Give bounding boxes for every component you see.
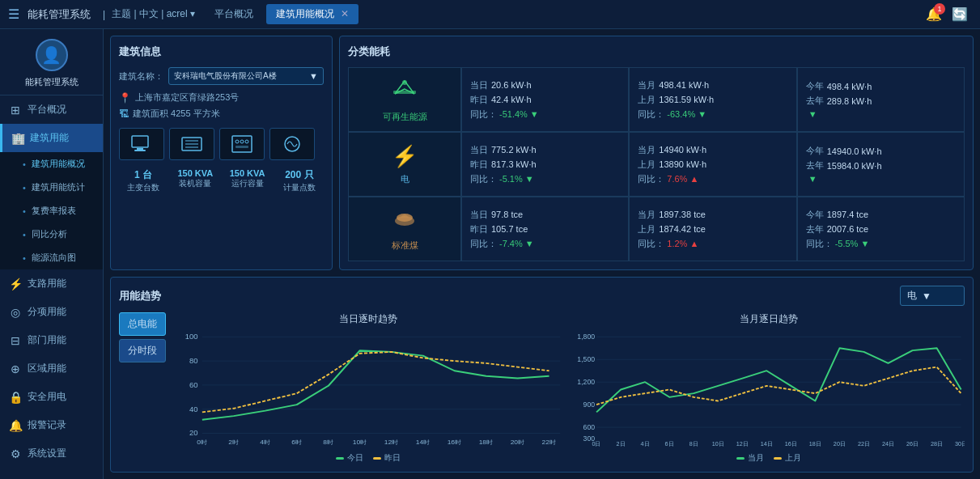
monthly-chart-legend: 当月 上月 xyxy=(573,452,965,464)
svg-text:30日: 30日 xyxy=(955,441,965,447)
sidebar-item-subitem[interactable]: ◎ 分项用能 xyxy=(0,298,103,326)
legend-last-month-dot xyxy=(774,457,782,460)
svg-text:20日: 20日 xyxy=(833,441,845,447)
alarm-icon: 🔔 xyxy=(8,419,23,432)
sidebar-item-platform[interactable]: ⊞ 平台概况 xyxy=(0,95,103,124)
svg-text:900: 900 xyxy=(583,401,595,409)
svg-point-14 xyxy=(402,80,407,85)
sidebar-sub-building-overview[interactable]: 建筑用能概况 xyxy=(0,152,103,176)
sidebar-item-dept[interactable]: ⊟ 部门用能 xyxy=(0,326,103,354)
monthly-chart-svg-wrap: 1,800 1,500 1,200 900 600 300 0日 2日 4日 xyxy=(573,329,965,450)
energy-grid: 可再生能源 当日20.6 kW·h 昨日42.4 kW·h 同比：-51.4%▼… xyxy=(348,67,965,261)
sidebar-item-branch[interactable]: ⚡ 支路用能 xyxy=(0,269,103,298)
topbar-separator: | xyxy=(103,9,105,20)
svg-text:1,800: 1,800 xyxy=(577,333,595,341)
avatar: 👤 xyxy=(36,39,68,71)
panel-icon-box xyxy=(219,128,265,160)
sidebar-sub-nav: 建筑用能概况 建筑用能统计 复费率报表 同比分析 能源流向图 xyxy=(0,152,103,269)
tab-close-icon[interactable]: ✕ xyxy=(341,8,349,19)
settings-icon: ⚙ xyxy=(8,447,23,460)
sidebar-item-settings[interactable]: ⚙ 系统设置 xyxy=(0,439,103,468)
dept-icon: ⊟ xyxy=(8,334,23,347)
monthly-chart-svg: 1,800 1,500 1,200 900 600 300 0日 2日 4日 xyxy=(573,329,965,450)
top-section: 建筑信息 建筑名称： 安科瑞电气股份有限公司A楼 ▼ 📍 上海市嘉定区育绿路25… xyxy=(110,36,974,270)
svg-text:600: 600 xyxy=(583,423,595,431)
selector-chevron-icon: ▼ xyxy=(922,290,931,302)
svg-text:10时: 10时 xyxy=(353,439,367,445)
sidebar-sub-yoy[interactable]: 同比分析 xyxy=(0,223,103,246)
renewable-icon xyxy=(392,76,418,107)
notification-button[interactable]: 🔔 1 xyxy=(926,6,942,22)
sidebar-item-zone[interactable]: ⊕ 区域用能 xyxy=(0,354,103,383)
svg-text:60: 60 xyxy=(189,381,198,388)
building-address-row: 📍 上海市嘉定区育绿路253号 xyxy=(119,91,324,104)
svg-rect-2 xyxy=(134,150,146,151)
topbar-brand: 能耗管理系统 xyxy=(28,7,91,22)
svg-text:26日: 26日 xyxy=(906,441,918,447)
sidebar-sub-energy-flow[interactable]: 能源流向图 xyxy=(0,246,103,269)
svg-point-9 xyxy=(240,140,244,143)
svg-text:10日: 10日 xyxy=(711,441,723,447)
svg-text:100: 100 xyxy=(185,333,198,341)
building-name-select[interactable]: 安科瑞电气股份有限公司A楼 ▼ xyxy=(168,67,324,85)
energy-type-renewable: 可再生能源 xyxy=(348,67,461,132)
svg-point-10 xyxy=(245,140,248,143)
energy-coal-year: 今年1897.4 tce 去年2007.6 tce 同比：-5.5%▼ xyxy=(797,197,965,261)
energy-coal-month: 当月1897.38 tce 上月1874.42 tce 同比：1.2%▲ xyxy=(629,197,796,261)
refresh-button[interactable]: 🔄 xyxy=(952,6,968,22)
legend-yesterday-dot xyxy=(373,457,381,460)
svg-text:12日: 12日 xyxy=(736,441,748,447)
svg-point-8 xyxy=(235,140,239,143)
topbar-theme[interactable]: 主题 | 中文 | acrel ▾ xyxy=(112,7,195,21)
svg-text:16日: 16日 xyxy=(784,441,796,447)
svg-text:28日: 28日 xyxy=(931,441,943,447)
energy-electricity-month: 当月14940 kW·h 上月13890 kW·h 同比：7.6%▲ xyxy=(629,132,796,197)
monthly-chart-title: 当月逐日趋势 xyxy=(573,312,965,326)
trend-selector[interactable]: 电 ▼ xyxy=(900,286,965,306)
topbar-tabs: 平台概况 建筑用能概况 ✕ xyxy=(205,4,358,24)
tab-building-energy[interactable]: 建筑用能概况 ✕ xyxy=(266,4,358,24)
energy-renewable-day: 当日20.6 kW·h 昨日42.4 kW·h 同比：-51.4%▼ xyxy=(461,67,629,132)
svg-text:2日: 2日 xyxy=(616,441,625,447)
topbar-right: 🔔 1 🔄 xyxy=(926,6,968,22)
area-icon: 🏗 xyxy=(119,108,129,120)
platform-icon: ⊞ xyxy=(8,104,23,117)
equipment-stats-grid: 1 台 主变台数 150 KVA 装机容量 150 KVA 运行容量 200 只… xyxy=(119,168,324,193)
svg-text:1,500: 1,500 xyxy=(577,355,595,363)
sidebar-item-safety[interactable]: 🔒 安全用电 xyxy=(0,383,103,411)
btn-time-segment[interactable]: 分时段 xyxy=(119,339,166,362)
building-name-row: 建筑名称： 安科瑞电气股份有限公司A楼 ▼ xyxy=(119,67,324,85)
svg-text:20时: 20时 xyxy=(511,439,525,445)
stat-transformer-count: 1 台 主变台数 xyxy=(119,168,168,193)
sidebar-sub-rate-report[interactable]: 复费率报表 xyxy=(0,199,103,223)
sidebar-sub-building-stats[interactable]: 建筑用能统计 xyxy=(0,176,103,199)
svg-text:6时: 6时 xyxy=(291,439,302,445)
branch-icon: ⚡ xyxy=(8,278,23,290)
energy-electricity-day: 当日775.2 kW·h 昨日817.3 kW·h 同比：-5.1%▼ xyxy=(461,132,629,197)
select-chevron-icon: ▼ xyxy=(309,71,318,81)
energy-type-coal: 标准煤 xyxy=(348,197,461,261)
sidebar-item-alarm[interactable]: 🔔 报警记录 xyxy=(0,411,103,439)
svg-text:18时: 18时 xyxy=(479,439,494,445)
svg-text:6日: 6日 xyxy=(664,441,673,447)
safety-icon: 🔒 xyxy=(8,391,23,404)
trend-controls: 总电能 分时段 xyxy=(119,312,166,464)
sidebar-item-building[interactable]: 🏢 建筑用能 xyxy=(0,124,103,152)
building-info-title: 建筑信息 xyxy=(119,45,324,59)
legend-last-month: 上月 xyxy=(774,452,801,464)
stat-installed-cap: 150 KVA 装机容量 xyxy=(171,168,219,193)
topbar: ☰ 能耗管理系统 | 主题 | 中文 | acrel ▾ 平台概况 建筑用能概况… xyxy=(0,0,980,29)
menu-icon[interactable]: ☰ xyxy=(8,6,19,22)
svg-text:14时: 14时 xyxy=(416,439,431,445)
daily-chart-title: 当日逐时趋势 xyxy=(172,312,565,326)
category-energy-title: 分类能耗 xyxy=(348,45,965,59)
btn-total-energy[interactable]: 总电能 xyxy=(119,312,166,336)
meter-icon-box xyxy=(269,128,315,160)
svg-text:8日: 8日 xyxy=(689,441,698,447)
svg-text:22日: 22日 xyxy=(857,441,869,447)
sidebar: 👤 能耗管理系统 ⊞ 平台概况 🏢 建筑用能 建筑用能概况 建筑用能统计 复费率 xyxy=(0,29,104,479)
trend-title: 用能趋势 xyxy=(119,289,161,303)
transformer-icon-box xyxy=(169,128,214,160)
svg-text:4日: 4日 xyxy=(640,441,649,447)
tab-platform-overview[interactable]: 平台概况 xyxy=(205,4,263,24)
